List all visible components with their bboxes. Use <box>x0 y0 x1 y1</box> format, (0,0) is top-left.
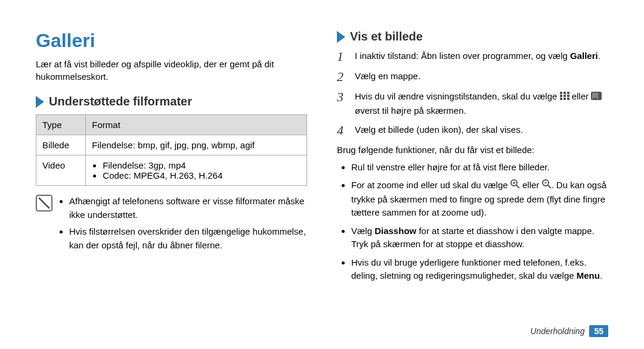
steps-list: 1I inaktiv tilstand: Åbn listen over pro… <box>337 49 608 138</box>
subhead-supported-formats: Understøttede filformater <box>36 95 307 108</box>
cell-type: Video <box>36 155 86 186</box>
format-item: Filendelse: 3gp, mp4 <box>103 160 301 170</box>
step-body: Vælg en mappe. <box>355 70 420 83</box>
cell-format: Filendelse: bmp, gif, jpg, png, wbmp, ag… <box>86 135 307 155</box>
formats-table: Type Format Billede Filendelse: bmp, gif… <box>36 114 307 186</box>
svg-rect-5 <box>560 95 562 97</box>
step: 3Hvis du vil ændre visningstilstanden, s… <box>337 90 608 117</box>
note-item: Afhængigt af telefonens software er viss… <box>69 195 307 222</box>
step-body: Vælg et billede (uden ikon), der skal vi… <box>355 123 523 137</box>
feature-item: Rul til venstre eller højre for at få vi… <box>351 161 608 174</box>
svg-line-19 <box>548 185 551 188</box>
post-steps-text: Brug følgende funktioner, når du får vis… <box>337 144 608 157</box>
step-number: 3 <box>337 90 349 104</box>
cell-type: Billede <box>36 135 86 155</box>
format-item: Codec: MPEG4, H.263, H.264 <box>103 170 301 180</box>
note-item: Hvis filstørrelsen overskrider den tilgæ… <box>69 225 307 252</box>
feature-item: Vælg Diasshow for at starte et diasshow … <box>351 225 608 251</box>
step-body: Hvis du vil ændre visningstilstanden, sk… <box>355 90 608 117</box>
table-row: Video Filendelse: 3gp, mp4 Codec: MPEG4,… <box>36 155 307 186</box>
bold-text: Diasshow <box>374 226 416 236</box>
table-row: Billede Filendelse: bmp, gif, jpg, png, … <box>36 135 307 155</box>
svg-rect-9 <box>564 98 566 100</box>
grid-icon <box>560 91 569 104</box>
cell-format: Filendelse: 3gp, mp4 Codec: MPEG4, H.263… <box>86 155 307 186</box>
svg-line-15 <box>516 185 519 188</box>
svg-rect-7 <box>567 95 569 97</box>
bold-text: Menu <box>577 270 600 281</box>
svg-rect-2 <box>560 92 562 94</box>
table-header-format: Format <box>86 115 307 135</box>
feature-item: For at zoome ind eller ud skal du vælge … <box>351 179 608 219</box>
page-title: Galleri <box>36 30 307 52</box>
feature-list: Rul til venstre eller højre for at få vi… <box>337 161 608 283</box>
svg-rect-3 <box>564 92 566 94</box>
step-number: 4 <box>337 123 349 138</box>
svg-rect-10 <box>567 98 569 100</box>
subhead-view-label: Vis et billede <box>350 30 423 43</box>
svg-line-1 <box>39 198 49 208</box>
chevron-right-icon <box>36 96 44 108</box>
footer: Underholdning 55 <box>530 325 608 337</box>
subhead-formats-label: Understøttede filformater <box>49 95 192 108</box>
chevron-right-icon <box>337 31 345 43</box>
zoom-out-icon <box>542 179 552 193</box>
bold-text: Galleri <box>570 51 598 61</box>
svg-rect-13 <box>593 98 597 99</box>
svg-rect-6 <box>564 95 566 97</box>
step-number: 2 <box>337 70 349 84</box>
feature-item: Hvis du vil bruge yderligere funktioner … <box>351 256 608 283</box>
list-icon <box>591 91 602 104</box>
svg-rect-4 <box>567 92 569 94</box>
page-number: 55 <box>589 325 608 337</box>
step: 2Vælg en mappe. <box>337 70 608 84</box>
svg-rect-8 <box>560 98 562 100</box>
zoom-in-icon <box>510 179 520 193</box>
footer-section-label: Underholdning <box>530 326 584 336</box>
table-header-type: Type <box>36 115 86 135</box>
note-list: Afhængigt af telefonens software er viss… <box>58 195 307 255</box>
step: 4Vælg et billede (uden ikon), der skal v… <box>337 123 608 138</box>
step-number: 1 <box>337 49 349 64</box>
step-body: I inaktiv tilstand: Åbn listen over prog… <box>355 49 600 63</box>
subhead-view-image: Vis et billede <box>337 30 608 43</box>
note-icon <box>36 195 52 211</box>
step: 1I inaktiv tilstand: Åbn listen over pro… <box>337 49 608 64</box>
intro-text: Lær at få vist billeder og afspille vide… <box>36 58 307 83</box>
